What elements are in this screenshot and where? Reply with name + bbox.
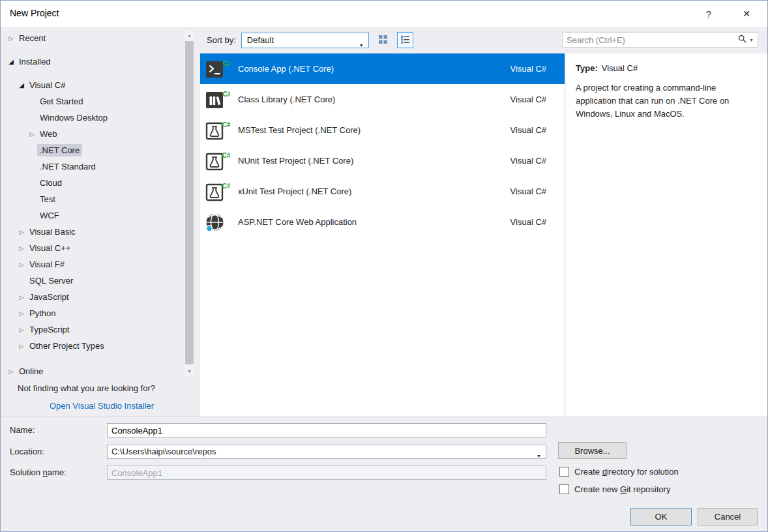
template-name: Class Library (.NET Core) [238,95,510,104]
ok-button[interactable]: OK [630,508,692,525]
tree-item-visual-basic[interactable]: ▷Visual Basic [1,224,183,240]
tree-item-label: JavaScript [27,291,72,303]
tree-item-online[interactable]: ▷Online [1,363,183,379]
small-icons-view-button[interactable] [375,32,391,48]
sort-dropdown[interactable]: Default ▼ [241,33,369,48]
create-directory-checkbox-row[interactable]: Create directory for solution [559,466,679,477]
solution-name-input [107,466,546,480]
create-git-repo-checkbox[interactable] [559,484,569,494]
tree-item-net-core[interactable]: .NET Core [1,142,183,158]
template-item-class-library-net-core[interactable]: C#Class Library (.NET Core)Visual C# [200,84,565,115]
create-directory-checkbox[interactable] [559,467,569,477]
tree-item-test[interactable]: Test [1,191,183,207]
tree-item-label: Visual F# [27,258,67,271]
search-box: ▼ [562,32,758,48]
tree-item-sql-server[interactable]: SQL Server [1,273,183,289]
location-combo[interactable]: C:\Users\haipi\source\repos ▼ [107,445,546,459]
tree-item-installed[interactable]: ◢Installed [1,53,183,70]
name-label: Name: [10,425,35,435]
expanded-arrow-icon[interactable]: ◢ [6,58,16,65]
svg-text:C#: C# [223,59,231,67]
title-bar[interactable]: New Project ? ✕ [1,1,767,27]
template-item-asp-net-core-web-application[interactable]: ASP.NET Core Web ApplicationVisual C# [200,207,565,237]
template-item-mstest-test-project-net-core[interactable]: C#MSTest Test Project (.NET Core)Visual … [200,115,565,145]
open-installer-link[interactable]: Open Visual Studio Installer [14,401,190,411]
scrollbar-thumb[interactable] [185,41,194,364]
template-language: Visual C# [510,64,546,74]
browse-button-label: Browse... [574,446,610,456]
tree-item-recent[interactable]: ▷Recent [1,30,183,46]
collapsed-arrow-icon[interactable]: ▷ [16,310,27,317]
details-panel: Type:Visual C# A project for creating a … [565,53,767,417]
scroll-down-icon[interactable]: ▼ [185,366,194,376]
svg-text:C#: C# [222,182,231,190]
type-value: Visual C# [602,63,638,73]
cancel-button-label: Cancel [715,512,741,522]
test-project-icon: C# [205,149,230,173]
solution-name-label: Solution name: [10,467,66,477]
scroll-up-icon[interactable]: ▲ [185,31,194,40]
tree-item-label: Web [37,128,60,140]
collapsed-arrow-icon[interactable]: ▷ [6,368,16,375]
template-item-xunit-test-project-net-core[interactable]: C#xUnit Test Project (.NET Core)Visual C… [200,176,565,207]
tree-item-label: Python [27,307,58,319]
browse-button[interactable]: Browse... [558,442,627,459]
tree-item-other-project-types[interactable]: ▷Other Project Types [1,338,183,354]
create-git-repo-checkbox-row[interactable]: Create new Git repository [559,484,670,494]
tree-item-label: Visual Basic [27,226,78,238]
template-item-console-app-net-core[interactable]: C#Console App (.NET Core)Visual C# [200,53,565,84]
tree-item-label: .NET Core [37,144,82,156]
collapsed-arrow-icon[interactable]: ▷ [16,261,27,268]
tree-item-net-standard[interactable]: .NET Standard [1,158,183,175]
template-name: MSTest Test Project (.NET Core) [238,125,510,135]
create-git-repo-label: Create new Git repository [574,484,670,494]
chevron-down-icon[interactable]: ▼ [749,38,754,42]
collapsed-arrow-icon[interactable]: ▷ [6,35,16,42]
tree-item-web[interactable]: ▷Web [1,126,183,142]
chevron-down-icon: ▼ [537,450,541,459]
svg-text:C#: C# [223,90,231,98]
location-label: Location: [10,447,44,456]
create-directory-label: Create directory for solution [574,467,679,477]
search-icon[interactable] [738,35,746,45]
tree-item-label: Online [16,365,46,377]
list-view-button[interactable] [397,32,413,48]
tree-item-label: Recent [16,32,48,44]
sidebar-scrollbar[interactable]: ▲ ▼ [185,31,194,376]
template-language: Visual C# [510,95,546,104]
tree-item-wcf[interactable]: WCF [1,207,183,224]
collapsed-arrow-icon[interactable]: ▷ [27,131,37,138]
tree-item-javascript[interactable]: ▷JavaScript [1,289,183,305]
close-button[interactable]: ✕ [735,5,758,22]
help-button[interactable]: ? [698,5,719,22]
not-finding-text: Not finding what you are looking for? [18,383,155,393]
tree-item-python[interactable]: ▷Python [1,305,183,321]
collapsed-arrow-icon[interactable]: ▷ [16,343,27,349]
tree-item-label: Other Project Types [27,340,107,352]
template-language: Visual C# [510,217,546,227]
template-item-nunit-test-project-net-core[interactable]: C#NUnit Test Project (.NET Core)Visual C… [200,145,565,176]
tree-item-visual-c[interactable]: ◢Visual C# [1,77,183,93]
collapsed-arrow-icon[interactable]: ▷ [16,229,27,235]
tree-item-visual-c[interactable]: ▷Visual C++ [1,240,183,256]
tree-item-cloud[interactable]: Cloud [1,175,183,191]
tree-item-label: Visual C++ [27,242,73,254]
search-input[interactable] [563,35,738,45]
name-input[interactable] [107,423,546,437]
tree-item-typescript[interactable]: ▷TypeScript [1,321,183,338]
tree-item-get-started[interactable]: Get Started [1,93,183,110]
small-icons-view-icon [378,35,388,46]
web-application-icon [205,211,230,234]
template-language: Visual C# [510,125,546,135]
collapsed-arrow-icon[interactable]: ▷ [16,327,27,333]
tree-item-visual-f[interactable]: ▷Visual F# [1,256,183,273]
collapsed-arrow-icon[interactable]: ▷ [16,245,27,252]
cancel-button[interactable]: Cancel [698,508,758,525]
tree-item-windows-desktop[interactable]: Windows Desktop [1,110,183,126]
collapsed-arrow-icon[interactable]: ▷ [16,294,27,301]
expanded-arrow-icon[interactable]: ◢ [16,81,27,89]
template-language: Visual C# [510,186,546,196]
label-part: Create [574,467,602,477]
console-app-icon: C# [205,57,230,81]
svg-text:C#: C# [222,121,231,128]
